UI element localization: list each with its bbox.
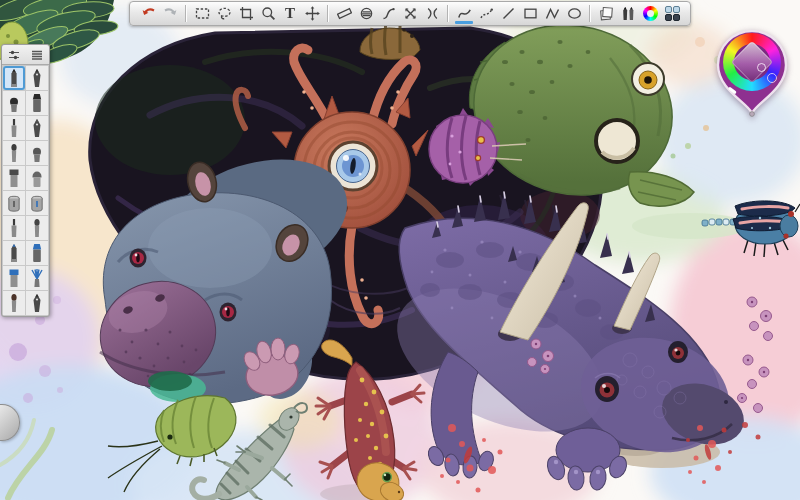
zoom-icon xyxy=(261,6,276,21)
brush-cell-blue-flat[interactable] xyxy=(3,266,25,290)
brush-cell-spray-brush[interactable] xyxy=(26,141,48,165)
ruler-icon xyxy=(337,6,352,21)
brush-cell-fine-pen[interactable] xyxy=(26,116,48,140)
text-tool-button[interactable]: T xyxy=(279,3,301,24)
paint-app-window: Digital painting of fantasy pond creatur… xyxy=(0,0,800,500)
brush-cell-blue-pencil[interactable] xyxy=(3,241,25,265)
line-icon xyxy=(501,6,516,21)
color-editor-button[interactable] xyxy=(639,3,661,24)
brush-cell-felt-tip[interactable] xyxy=(3,216,25,240)
color-puck[interactable] xyxy=(711,26,793,118)
interface-toggle-icon xyxy=(665,6,680,21)
steady-stroke-button[interactable] xyxy=(475,3,497,24)
ellipse-tool-button[interactable] xyxy=(563,3,585,24)
brush-cell-chisel-marker[interactable] xyxy=(26,91,48,115)
ruler-button[interactable] xyxy=(333,3,355,24)
toolbar-separator xyxy=(589,5,591,22)
line-tool-button[interactable] xyxy=(497,3,519,24)
lasso-select-button[interactable] xyxy=(213,3,235,24)
brush-cell-flat-marker[interactable] xyxy=(3,166,25,190)
brush-cell-round-brush[interactable] xyxy=(3,141,25,165)
brush-cell-technical-pen[interactable] xyxy=(3,116,25,140)
brush-palette-header xyxy=(2,45,49,65)
brush-cell-blue-marker[interactable] xyxy=(26,241,48,265)
toolbar-separator xyxy=(327,5,329,22)
brush-cell-paint-can[interactable] xyxy=(3,191,25,215)
redo-button[interactable] xyxy=(159,3,181,24)
symmetry-x-button[interactable] xyxy=(399,3,421,24)
rectangle-icon xyxy=(523,6,538,21)
brush-palette-button[interactable] xyxy=(617,3,639,24)
marquee-select-button[interactable] xyxy=(191,3,213,24)
brush-palette-icon xyxy=(621,6,636,21)
interface-toggle-button[interactable] xyxy=(661,3,683,24)
brush-cell-water-can[interactable] xyxy=(26,191,48,215)
ellipse-icon xyxy=(567,6,582,21)
zoom-button[interactable] xyxy=(257,3,279,24)
brush-settings-icon xyxy=(7,48,21,62)
symmetry-y-icon xyxy=(425,6,440,21)
lasso-select-icon xyxy=(217,6,232,21)
palette-menu-button[interactable] xyxy=(26,45,50,64)
ellipse-guide-icon xyxy=(359,6,374,21)
brush-cell-airbrush[interactable] xyxy=(3,91,25,115)
brush-cell-pencil[interactable] xyxy=(3,66,25,90)
layers-icon xyxy=(599,6,614,21)
color-selector-indicator[interactable] xyxy=(757,63,766,72)
brush-cell-detail-round[interactable] xyxy=(3,291,25,315)
layers-button[interactable] xyxy=(595,3,617,24)
canvas-artwork[interactable]: Digital painting of fantasy pond creatur… xyxy=(0,0,800,500)
draw-style-curve-icon xyxy=(457,6,472,21)
symmetry-x-icon xyxy=(403,6,418,21)
polyline-icon xyxy=(545,6,560,21)
french-curve-icon xyxy=(381,6,396,21)
main-toolbar: T xyxy=(129,1,691,26)
toolbar-separator xyxy=(185,5,187,22)
crop-icon xyxy=(239,6,254,21)
brush-grid xyxy=(2,65,49,316)
palette-menu-icon xyxy=(30,48,44,62)
undo-icon xyxy=(141,6,156,21)
brush-cell-dome-brush[interactable] xyxy=(26,166,48,190)
marquee-select-icon xyxy=(195,6,210,21)
transform-icon xyxy=(305,6,320,21)
redo-icon xyxy=(163,6,178,21)
symmetry-y-button[interactable] xyxy=(421,3,443,24)
ellipse-guide-button[interactable] xyxy=(355,3,377,24)
undo-button[interactable] xyxy=(137,3,159,24)
brush-cell-fan-brush[interactable] xyxy=(26,266,48,290)
polyline-tool-button[interactable] xyxy=(541,3,563,24)
brush-cell-dark-pen[interactable] xyxy=(26,291,48,315)
color-secondary-indicator[interactable] xyxy=(767,73,777,83)
steady-stroke-icon xyxy=(479,6,494,21)
color-editor-icon xyxy=(643,6,658,21)
draw-style-curve-button[interactable] xyxy=(453,3,475,24)
brush-palette-panel xyxy=(1,44,50,317)
toolbar-separator xyxy=(447,5,449,22)
rectangle-tool-button[interactable] xyxy=(519,3,541,24)
text-icon: T xyxy=(285,6,295,21)
french-curve-button[interactable] xyxy=(377,3,399,24)
brush-settings-button[interactable] xyxy=(2,45,26,64)
transform-button[interactable] xyxy=(301,3,323,24)
brush-cell-inking-pen[interactable] xyxy=(26,66,48,90)
crop-button[interactable] xyxy=(235,3,257,24)
brush-cell-detail-nib[interactable] xyxy=(26,216,48,240)
